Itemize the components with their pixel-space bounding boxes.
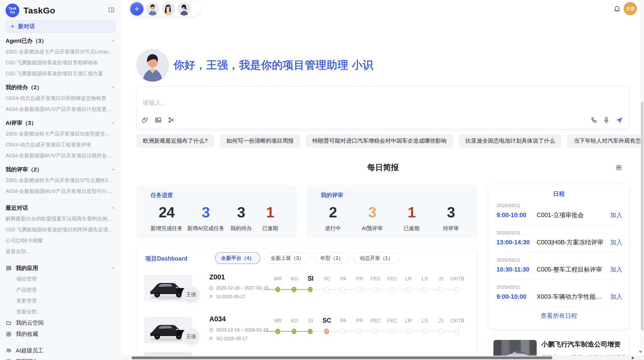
chevron-up-icon[interactable] — [111, 167, 115, 172]
phone-icon[interactable] — [591, 116, 598, 124]
sidebar-item[interactable]: C02-飞腾新能源轻客改款项目的闭环通告反馈情况 — [6, 224, 115, 235]
view-all-recent[interactable]: 查看全部... — [6, 246, 115, 257]
milestone-dot-KO[interactable] — [292, 329, 296, 334]
sidebar-item[interactable]: C02-飞腾新能源轻客改款项目里程碑画布 — [6, 57, 115, 68]
sidebar-app-item[interactable]: 项目管理 — [6, 274, 115, 284]
sidebar-app-item[interactable]: 变更管理 — [6, 295, 115, 306]
join-link[interactable]: 加入 — [610, 293, 622, 301]
sidebar-item[interactable]: C0X4-动力总成开发项目SI里程碑提交物检查 — [6, 93, 115, 104]
send-icon[interactable] — [616, 116, 623, 124]
sidebar-section-ai-review[interactable]: AI评审（3） — [6, 118, 115, 128]
sidebar-item[interactable]: A034-全新新能源MUV产品开发项目计划变更表编写 — [6, 104, 115, 115]
milestone-dot-J1[interactable] — [438, 329, 443, 334]
suggestion-chip[interactable]: 如何写一份清晰的项目周报 — [220, 134, 300, 147]
milestone-dot-SC[interactable] — [324, 329, 329, 334]
suggestion-chip[interactable]: 特朗普可能对进口汽车增税会对中国车企造成哪些影响 — [306, 134, 453, 147]
join-link[interactable]: 加入 — [610, 238, 622, 246]
sidebar-section-agent-done[interactable]: Agent已办（3） — [6, 36, 115, 46]
suggestion-chip[interactable]: 当下年轻人对汽车外观有怎样的喜好趋势 — [567, 134, 644, 147]
sidebar-section-my-todo[interactable]: 我的待办（2） — [6, 82, 115, 93]
project-row[interactable]: 王强 A034 2023-12-19 ~ 2026-01-19 SC-2025-… — [137, 312, 477, 352]
milestone-dot-KO[interactable] — [292, 287, 296, 292]
mic-icon[interactable] — [603, 116, 610, 124]
view-all-apps[interactable]: 查看全部... — [6, 306, 115, 317]
user-avatar[interactable]: 王强 — [624, 2, 637, 15]
milestone-dot-PA[interactable] — [341, 287, 345, 292]
filter-new-body[interactable]: 全新上装（3） — [265, 252, 310, 264]
sidebar-item[interactable]: 公司Q3轻卡销量 — [6, 235, 115, 246]
notification-bell-icon[interactable] — [613, 5, 621, 12]
sidebar-item-cloud-space[interactable]: 我的云空间 — [6, 317, 115, 328]
chevron-up-icon[interactable] — [111, 266, 115, 271]
milestone-dot-PR[interactable] — [357, 329, 362, 334]
milestone-dot-LR[interactable] — [406, 287, 411, 292]
milestone-dot-OKTB[interactable] — [455, 329, 459, 334]
scissors-icon[interactable] — [168, 116, 175, 124]
sidebar-collapse-icon[interactable] — [108, 7, 115, 13]
project-dates: 2023-12-19 ~ 2026-01-19 — [209, 327, 268, 333]
milestone-dot-FEC[interactable] — [390, 329, 394, 334]
view-all-schedule[interactable]: 查看所有日程 — [488, 312, 630, 320]
chevron-up-icon[interactable] — [111, 121, 115, 125]
sidebar-item[interactable]: Z001-全新燃油轻卡产品开发项目SI造型提交物评审 — [6, 128, 115, 139]
member-avatar-1[interactable] — [146, 2, 159, 16]
sidebar-item[interactable]: 解释最新出台的欧盟报废车法规再生塑料比例被调至15%... — [6, 213, 115, 224]
stat-value: 3 — [187, 204, 224, 221]
sidebar-item[interactable]: C0X4-动力总成开发项目工程变更评审 — [6, 139, 115, 150]
sidebar-section-my-review[interactable]: 我的评审（2） — [6, 164, 115, 175]
join-link[interactable]: 加入 — [610, 211, 622, 219]
member-avatar-3[interactable] — [178, 2, 191, 16]
milestone-dot-PA[interactable] — [341, 329, 345, 334]
sidebar-item-favorites[interactable]: 我的收藏 — [6, 328, 115, 340]
sidebar-item[interactable]: Z001-全新燃油轻卡产品开发项目SI节点属性5D文件评审 — [6, 175, 115, 186]
filter-year-model[interactable]: 年型（2） — [314, 252, 349, 264]
milestone-dot-PEC[interactable] — [373, 329, 378, 334]
vertical-scrollbar[interactable] — [640, 0, 644, 356]
chevron-up-icon[interactable] — [111, 206, 115, 210]
chat-input[interactable] — [142, 99, 499, 107]
milestone-dot-SC[interactable] — [324, 287, 329, 292]
milestone-dot-PEC[interactable] — [373, 287, 378, 292]
sidebar-section-recent[interactable]: 最近对话 — [6, 203, 115, 213]
milestone-dot-SI[interactable] — [308, 329, 313, 334]
milestone-dot-MR[interactable] — [275, 329, 280, 334]
suggestion-chip[interactable]: 欧洲新规最近颁布了什么? — [136, 134, 214, 147]
project-name[interactable]: Z001 — [209, 273, 225, 281]
sidebar-item[interactable]: A034-全新新能源MUV产品开发项目造型可行性评审 — [6, 186, 115, 197]
add-button[interactable] — [130, 2, 143, 16]
sidebar-item[interactable]: C02-飞腾新能源轻客改款项目立项汇报方案 — [6, 68, 115, 79]
project-name[interactable]: A034 — [209, 315, 226, 323]
project-row[interactable]: 王强 Z001 2023-12-19 ~ 2027-01-19 SI-2025-… — [137, 270, 477, 310]
sidebar-item[interactable]: A034-全新新能源MUV产品开发项目法规符合性评审 — [6, 150, 115, 161]
image-icon[interactable] — [155, 116, 162, 124]
milestone-dot-LR[interactable] — [406, 329, 411, 334]
chevron-up-icon[interactable] — [111, 85, 115, 90]
sidebar-item[interactable]: Z001-全新燃油皮卡产品开发项目SI节点Lesson Learn报告 — [6, 46, 115, 57]
vertical-scrollbar-thumb[interactable] — [641, 102, 643, 331]
milestone-dot-J1[interactable] — [438, 287, 443, 292]
join-link[interactable]: 加入 — [610, 265, 622, 274]
milestone-dot-MR[interactable] — [275, 287, 280, 292]
sidebar-item-help-write[interactable]: 帮我写作 — [6, 356, 115, 360]
milestone-dot-LS[interactable] — [422, 329, 427, 334]
attachment-icon[interactable] — [141, 116, 149, 124]
member-avatar-2[interactable] — [162, 2, 175, 16]
chevron-up-icon[interactable] — [111, 39, 115, 43]
scroll-right-arrow[interactable] — [632, 356, 634, 359]
filter-powertrain[interactable]: 动总开发（1） — [354, 252, 399, 264]
suggestion-chip[interactable]: 比亚迪全固态电池计划具体说了什么 — [459, 134, 562, 147]
layout-grid-icon[interactable] — [616, 164, 622, 171]
sidebar-item-ai-super-staff[interactable]: AI超级员工 — [6, 345, 115, 356]
new-chat-button[interactable]: 新对话 — [6, 20, 115, 33]
horizontal-scrollbar[interactable] — [121, 356, 644, 360]
milestone-dot-LS[interactable] — [422, 287, 427, 292]
scroll-down-arrow[interactable] — [639, 351, 642, 353]
milestone-dot-FEC[interactable] — [390, 287, 394, 292]
milestone-dot-SI[interactable] — [308, 287, 313, 292]
filter-all-platform[interactable]: 全新平台（4） — [215, 252, 260, 264]
horizontal-scrollbar-thumb[interactable] — [131, 356, 552, 359]
sidebar-app-item[interactable]: 产品管理 — [6, 284, 115, 295]
milestone-dot-PR[interactable] — [357, 287, 362, 292]
sidebar-section-my-apps[interactable]: 我的应用 — [6, 263, 115, 274]
milestone-dot-OKTB[interactable] — [455, 287, 459, 292]
